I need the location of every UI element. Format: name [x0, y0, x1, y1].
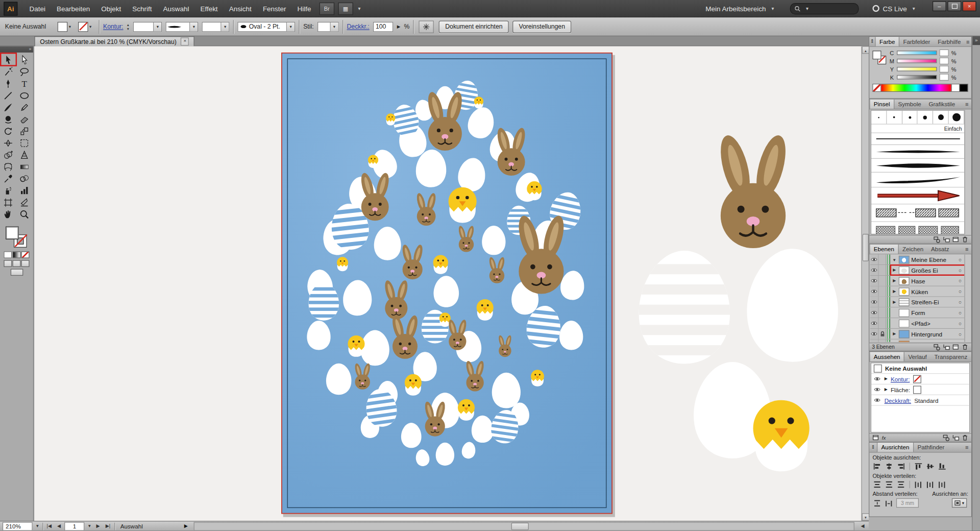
width-profile-dropdown[interactable]: Oval - 2 Pt.▾: [238, 21, 296, 32]
calligraphic-brush[interactable]: [887, 111, 902, 124]
opacity-attribute-link[interactable]: Deckkraft:: [885, 397, 911, 403]
tool-rotate[interactable]: [0, 125, 16, 137]
target-circle[interactable]: ○: [956, 331, 964, 336]
tool-paintbrush[interactable]: [0, 101, 16, 113]
canvas-area[interactable]: ▴ ▾: [34, 46, 869, 521]
target-circle[interactable]: ○: [956, 288, 964, 294]
brush-item[interactable]: [871, 187, 964, 204]
horizontal-scrollbar[interactable]: [194, 522, 854, 530]
brushes-scrollbar[interactable]: [964, 110, 970, 235]
tool-line[interactable]: [0, 89, 16, 101]
draw-normal-button[interactable]: [4, 260, 12, 267]
layer-row[interactable]: ▶Streifen-Ei○: [870, 297, 965, 308]
tab-close-icon[interactable]: ×: [181, 37, 189, 45]
search-input[interactable]: ▾: [790, 3, 859, 14]
tab-verlauf[interactable]: Verlauf: [904, 352, 930, 361]
target-circle[interactable]: ○: [956, 321, 964, 326]
disclosure-triangle[interactable]: ▶: [892, 331, 897, 336]
gradient-button[interactable]: [12, 251, 20, 258]
black-swatch[interactable]: [960, 84, 968, 91]
lock-cell[interactable]: [879, 254, 887, 264]
panel-cycle-icon[interactable]: ⇕: [869, 443, 877, 452]
clear-appearance-icon[interactable]: [943, 434, 950, 442]
stroke-color-dropdown[interactable]: ▾: [78, 21, 95, 32]
horizontal-scroll-thumb[interactable]: [511, 522, 528, 530]
panel-menu-icon[interactable]: ≡: [963, 443, 971, 452]
panel-cycle-icon[interactable]: ⇕: [869, 37, 875, 46]
mini-fill-stroke[interactable]: [872, 51, 887, 65]
disclosure-triangle[interactable]: ▶: [892, 268, 897, 273]
visibility-toggle[interactable]: [874, 397, 881, 403]
layer-name[interactable]: Meine Ebene: [911, 256, 954, 262]
tool-perspective-grid[interactable]: [16, 149, 33, 160]
align-center-v-button[interactable]: [925, 462, 935, 470]
visibility-toggle[interactable]: [870, 265, 878, 275]
visibility-toggle[interactable]: [870, 318, 878, 328]
align-right-button[interactable]: [896, 462, 905, 470]
target-circle[interactable]: ○: [956, 299, 964, 305]
space-horizontal-button[interactable]: [885, 499, 894, 507]
close-button[interactable]: ×: [963, 1, 976, 11]
zoom-level-field[interactable]: 210%: [3, 522, 33, 530]
document-tab[interactable]: Ostern Grußkarte.ai bei 210 % (CMYK/Vors…: [34, 36, 194, 46]
bridge-icon[interactable]: Br: [319, 2, 334, 14]
tool-graph[interactable]: [16, 184, 33, 196]
layer-name[interactable]: Streifen-Ei: [911, 299, 954, 305]
tool-magic-wand[interactable]: [0, 66, 16, 78]
calligraphic-brush[interactable]: [918, 111, 933, 124]
menu-schrift[interactable]: Schrift: [127, 2, 157, 14]
menu-effekt[interactable]: Effekt: [194, 2, 223, 14]
disclosure-triangle[interactable]: ▶: [892, 278, 897, 283]
menu-hilfe[interactable]: Hilfe: [292, 2, 317, 14]
workspace-switcher[interactable]: Mein Arbeitsbereich ▾: [699, 5, 783, 12]
make-clipping-mask-icon[interactable]: [933, 343, 941, 351]
appearance-opacity-row[interactable]: Deckkraft: Standard: [871, 395, 969, 406]
layer-name[interactable]: <Pfad>: [911, 341, 954, 342]
tab-symbole[interactable]: Symbole: [894, 100, 925, 109]
arrange-documents-icon[interactable]: ▦: [338, 2, 353, 14]
status-field[interactable]: Auswahl: [116, 523, 180, 529]
disclosure-triangle[interactable]: ▶: [892, 300, 897, 305]
scroll-up-icon[interactable]: ▴: [862, 46, 869, 54]
visibility-toggle[interactable]: [870, 297, 878, 307]
dist-top-button[interactable]: [872, 480, 881, 488]
space-vertical-button[interactable]: [872, 499, 881, 507]
restore-button[interactable]: [947, 1, 961, 11]
preferences-button[interactable]: Voreinstellungen: [512, 20, 571, 33]
tool-slice[interactable]: [16, 196, 33, 208]
tool-shape-builder[interactable]: [0, 149, 16, 160]
remove-brush-stroke-icon[interactable]: [943, 236, 950, 244]
panel-menu-icon[interactable]: ≡: [965, 37, 971, 46]
tool-eraser[interactable]: [16, 113, 33, 125]
brush-item[interactable]: [871, 133, 964, 145]
new-stroke-icon[interactable]: [872, 434, 879, 442]
target-circle[interactable]: ○: [956, 278, 964, 283]
lock-icon[interactable]: [879, 329, 887, 339]
visibility-toggle[interactable]: [870, 340, 878, 342]
channel-value-field[interactable]: [939, 50, 948, 56]
tool-width[interactable]: [0, 137, 16, 149]
tab-pathfinder[interactable]: Pathfinder: [914, 443, 948, 452]
draw-behind-button[interactable]: [12, 260, 20, 267]
none-button[interactable]: [21, 251, 30, 258]
white-swatch[interactable]: [951, 84, 960, 91]
channel-value-field[interactable]: [939, 58, 948, 64]
page-number-field[interactable]: 1: [64, 522, 84, 530]
minimize-button[interactable]: –: [933, 1, 946, 11]
visibility-toggle[interactable]: [870, 329, 878, 339]
lock-cell[interactable]: [879, 297, 887, 307]
layer-name[interactable]: Großes Ei: [911, 267, 954, 273]
status-popup-icon[interactable]: ▶: [182, 523, 189, 529]
spacing-value-input[interactable]: 3 mm: [896, 498, 919, 508]
menu-datei[interactable]: Datei: [24, 2, 51, 14]
target-circle[interactable]: ○: [956, 257, 964, 262]
layer-row[interactable]: Form○: [870, 307, 965, 318]
tool-scale[interactable]: [16, 125, 33, 137]
brush-item[interactable]: [871, 204, 964, 222]
visibility-toggle[interactable]: [870, 286, 878, 297]
tab-zeichen[interactable]: Zeichen: [899, 245, 927, 254]
channel-slider[interactable]: [897, 51, 937, 55]
calligraphic-brush[interactable]: [949, 111, 964, 124]
tab-pinsel[interactable]: Pinsel: [869, 100, 894, 109]
brush-item[interactable]: Einfach: [871, 125, 964, 133]
